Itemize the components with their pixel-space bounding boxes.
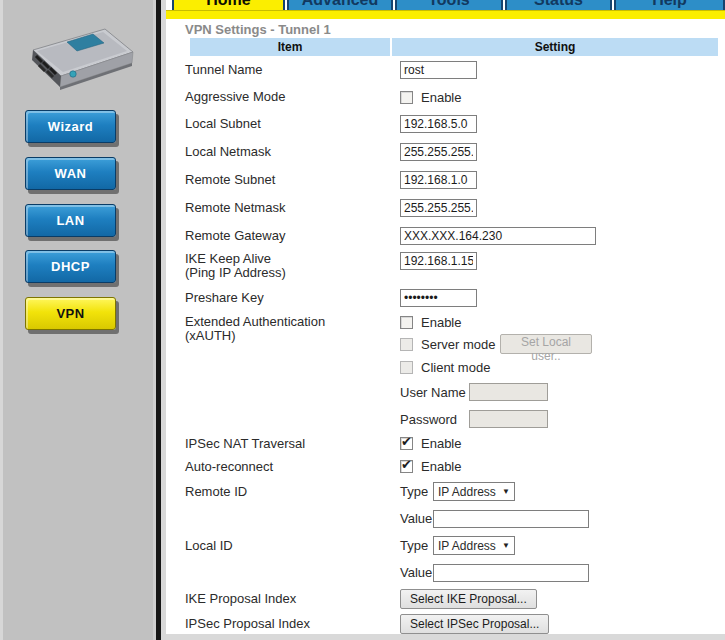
row-local-subnet: Local Subnet (166, 110, 725, 138)
xauth-enable-checkbox[interactable] (400, 316, 413, 329)
tab-help[interactable]: Help (614, 0, 725, 10)
row-remote-gateway: Remote Gateway (166, 222, 725, 250)
row-remote-netmask: Remote Netmask (166, 194, 725, 222)
local-id-value-label: Value (400, 565, 433, 580)
local-id-type-label: Type (400, 538, 433, 553)
xauth-label-line1: Extended Authentication (185, 314, 325, 329)
row-local-id-value: Value (166, 559, 725, 586)
remote-id-type-value: IP Address (438, 485, 500, 499)
remote-netmask-label: Remote Netmask (166, 201, 400, 215)
preshare-key-input[interactable] (400, 289, 477, 307)
xauth-server-mode-label: Server mode (421, 337, 495, 352)
ike-keep-alive-input[interactable] (400, 252, 477, 270)
sidebar-button-label: Wizard (48, 119, 94, 134)
row-auto-reconnect: Auto-reconnect ✔ Enable (166, 455, 725, 478)
xauth-password-input[interactable] (469, 410, 548, 428)
tab-label: Tools (397, 0, 501, 9)
page-bottom-edge (166, 634, 725, 640)
sidebar-button-wan[interactable]: WAN (25, 157, 116, 190)
sidebar-button-wizard[interactable]: Wizard (25, 110, 116, 143)
row-aggressive-mode: Aggressive Mode Enable (166, 84, 725, 110)
remote-id-value-input[interactable] (433, 510, 589, 528)
local-netmask-label: Local Netmask (166, 145, 400, 159)
remote-subnet-label: Remote Subnet (166, 173, 400, 187)
row-ipsec-proposal: IPSec Proposal Index Select IPSec Propos… (166, 611, 725, 636)
remote-subnet-input[interactable] (400, 171, 477, 189)
column-header-item: Item (190, 38, 390, 56)
table-header: Item Setting (190, 38, 718, 56)
local-netmask-input[interactable] (400, 143, 477, 161)
sidebar: Wizard WAN LAN DHCP VPN (0, 0, 156, 640)
xauth-password-label: Password (400, 412, 469, 427)
xauth-label: Extended Authentication (xAUTH) (166, 312, 400, 343)
tab-status[interactable]: Status (505, 0, 612, 10)
checkbox-mark: ✔ (401, 458, 412, 471)
checkbox-mark: ✔ (401, 435, 412, 448)
aggressive-mode-label: Aggressive Mode (166, 90, 400, 104)
select-ipsec-proposal-button[interactable]: Select IPSec Proposal... (400, 614, 549, 634)
select-ike-proposal-button[interactable]: Select IKE Proposal... (400, 589, 537, 609)
tab-label: Status (507, 0, 610, 9)
ike-proposal-label: IKE Proposal Index (166, 592, 400, 606)
row-ipsec-nat-traversal: IPSec NAT Traversal ✔ Enable (166, 432, 725, 455)
tunnel-name-input[interactable] (400, 61, 477, 79)
sidebar-button-label: VPN (56, 306, 84, 321)
sidebar-button-vpn[interactable]: VPN (25, 297, 116, 330)
xauth-server-mode-row: Server mode Set Local user.. (400, 332, 725, 356)
local-id-type-select[interactable]: IP Address ▼ (433, 536, 515, 555)
aggressive-mode-checkbox-label: Enable (421, 90, 461, 105)
xauth-enable-row: Enable (400, 312, 725, 332)
sidebar-button-lan[interactable]: LAN (25, 204, 116, 237)
remote-id-label: Remote ID (166, 485, 400, 499)
preshare-key-label: Preshare Key (166, 291, 400, 305)
remote-netmask-input[interactable] (400, 199, 477, 217)
row-ike-keep-alive: IKE Keep Alive (Ping IP Address) (166, 250, 725, 284)
aggressive-mode-checkbox[interactable] (400, 91, 413, 104)
local-id-label: Local ID (166, 539, 400, 553)
local-id-value-input[interactable] (433, 564, 589, 582)
remote-gateway-label: Remote Gateway (166, 229, 400, 243)
row-remote-subnet: Remote Subnet (166, 166, 725, 194)
router-image (11, 18, 147, 102)
remote-id-value-label: Value (400, 511, 433, 526)
xauth-server-mode-checkbox[interactable] (400, 338, 413, 351)
local-subnet-input[interactable] (400, 115, 477, 133)
row-tunnel-name: Tunnel Name (166, 56, 725, 84)
ipsec-nat-traversal-checkbox-label: Enable (421, 436, 461, 451)
ipsec-proposal-label: IPSec Proposal Index (166, 617, 400, 631)
tab-tools[interactable]: Tools (395, 0, 503, 10)
vpn-settings-form: Tunnel Name Aggressive Mode Enable Local… (166, 56, 725, 636)
xauth-user-name-input[interactable] (469, 383, 548, 401)
sidebar-button-label: WAN (55, 166, 87, 181)
xauth-enable-label: Enable (421, 315, 461, 330)
tab-underline-bar (166, 10, 725, 19)
xauth-password-row: Password (400, 406, 725, 432)
auto-reconnect-label: Auto-reconnect (166, 460, 400, 474)
xauth-client-mode-label: Client mode (421, 360, 490, 375)
xauth-user-name-row: User Name (400, 378, 725, 406)
tab-label: Advanced (289, 0, 391, 9)
set-local-user-button[interactable]: Set Local user.. (500, 334, 592, 354)
ike-keep-alive-label: IKE Keep Alive (Ping IP Address) (166, 252, 400, 280)
tab-advanced[interactable]: Advanced (287, 0, 393, 10)
remote-id-type-label: Type (400, 484, 433, 499)
sidebar-button-label: LAN (56, 213, 84, 228)
ipsec-nat-traversal-label: IPSec NAT Traversal (166, 437, 400, 451)
xauth-client-mode-checkbox[interactable] (400, 361, 413, 374)
local-id-type-value: IP Address (438, 539, 500, 553)
remote-gateway-input[interactable] (400, 227, 596, 245)
row-ike-proposal: IKE Proposal Index Select IKE Proposal..… (166, 586, 725, 611)
tab-label: Help (616, 0, 723, 9)
main-content: Home Advanced Tools Status Help VPN Sett… (166, 0, 725, 640)
ipsec-nat-traversal-checkbox[interactable]: ✔ (400, 437, 413, 450)
dropdown-arrow-icon: ▼ (502, 541, 510, 550)
tunnel-name-label: Tunnel Name (166, 63, 400, 77)
xauth-client-mode-row: Client mode (400, 356, 725, 378)
remote-id-type-select[interactable]: IP Address ▼ (433, 482, 515, 501)
auto-reconnect-checkbox-label: Enable (421, 459, 461, 474)
tab-home[interactable]: Home (172, 0, 285, 10)
row-local-id-type: Local ID Type IP Address ▼ (166, 532, 725, 559)
auto-reconnect-checkbox[interactable]: ✔ (400, 460, 413, 473)
row-local-netmask: Local Netmask (166, 138, 725, 166)
sidebar-button-dhcp[interactable]: DHCP (25, 250, 116, 283)
